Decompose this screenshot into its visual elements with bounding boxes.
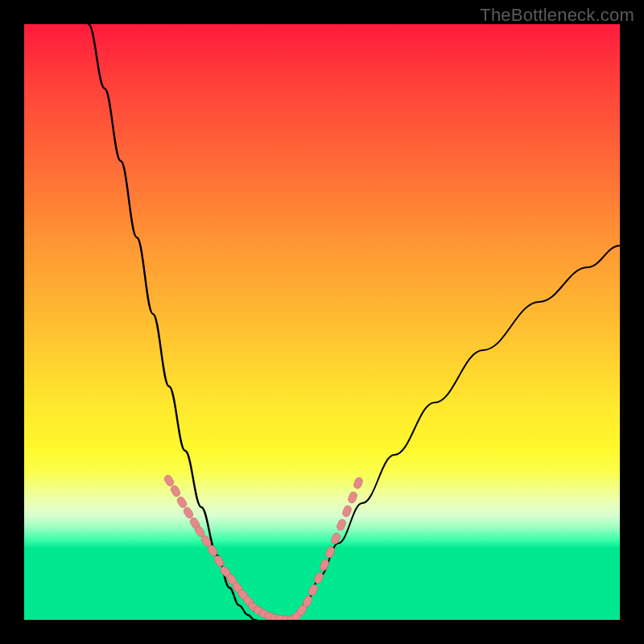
dot-mark <box>308 584 319 597</box>
dot-mark <box>347 491 357 504</box>
curve-left-branch <box>89 24 254 620</box>
dot-mark <box>336 518 347 531</box>
dot-mark <box>213 555 225 568</box>
dot-mark <box>175 496 188 510</box>
dotted-marks-left <box>163 474 293 620</box>
chart-canvas <box>24 24 620 620</box>
bottleneck-curve-plot <box>24 24 620 620</box>
dot-mark <box>353 477 363 489</box>
dotted-marks-right <box>286 477 364 620</box>
dot-mark <box>163 474 175 488</box>
watermark-text: TheBottleneck.com <box>480 5 634 26</box>
dot-mark <box>182 506 194 520</box>
dot-mark <box>341 505 353 518</box>
curve-right-branch <box>290 246 620 620</box>
dot-mark <box>170 485 182 498</box>
